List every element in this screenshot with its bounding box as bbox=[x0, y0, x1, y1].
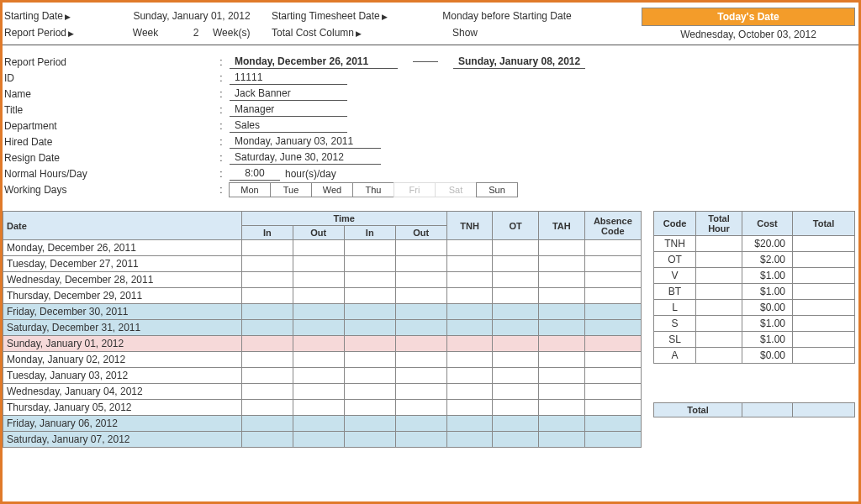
data-cell[interactable] bbox=[446, 368, 493, 384]
data-cell[interactable] bbox=[241, 384, 293, 400]
data-cell[interactable] bbox=[493, 336, 539, 352]
data-cell[interactable] bbox=[584, 288, 641, 304]
data-cell[interactable] bbox=[395, 416, 446, 432]
data-cell[interactable] bbox=[584, 336, 641, 352]
data-cell[interactable] bbox=[344, 320, 395, 336]
data-cell[interactable] bbox=[344, 256, 395, 272]
info-resign-value[interactable]: Saturday, June 30, 2012 bbox=[230, 151, 381, 165]
cost-cell[interactable]: $0.00 bbox=[742, 300, 793, 316]
data-cell[interactable] bbox=[539, 352, 585, 368]
info-id-value[interactable]: 11111 bbox=[230, 71, 347, 85]
data-cell[interactable] bbox=[241, 416, 293, 432]
data-cell[interactable] bbox=[539, 336, 585, 352]
data-cell[interactable] bbox=[293, 384, 344, 400]
data-cell[interactable] bbox=[493, 432, 539, 448]
data-cell[interactable] bbox=[493, 304, 539, 320]
data-cell[interactable] bbox=[241, 320, 293, 336]
cost-cell[interactable]: $20.00 bbox=[742, 236, 793, 252]
day-cell[interactable]: Fri bbox=[394, 182, 436, 197]
cost-cell[interactable]: $1.00 bbox=[742, 332, 793, 348]
day-cell[interactable]: Mon bbox=[229, 182, 271, 197]
data-cell[interactable] bbox=[344, 336, 395, 352]
data-cell[interactable] bbox=[241, 336, 293, 352]
hour-cell[interactable] bbox=[696, 316, 742, 332]
data-cell[interactable] bbox=[395, 432, 446, 448]
data-cell[interactable] bbox=[584, 384, 641, 400]
info-hired-value[interactable]: Monday, January 03, 2011 bbox=[230, 135, 381, 149]
data-cell[interactable] bbox=[344, 400, 395, 416]
info-dept-value[interactable]: Sales bbox=[230, 119, 347, 133]
starting-ts-value[interactable]: Monday before Starting Date bbox=[415, 10, 600, 22]
data-cell[interactable] bbox=[446, 384, 493, 400]
data-cell[interactable] bbox=[395, 368, 446, 384]
data-cell[interactable] bbox=[293, 288, 344, 304]
data-cell[interactable] bbox=[584, 416, 641, 432]
day-cell[interactable]: Sun bbox=[476, 182, 518, 197]
hour-cell[interactable] bbox=[696, 332, 742, 348]
day-cell[interactable]: Sat bbox=[435, 182, 477, 197]
info-hours-value[interactable]: 8:00 bbox=[230, 167, 280, 181]
data-cell[interactable] bbox=[241, 272, 293, 288]
data-cell[interactable] bbox=[539, 320, 585, 336]
hour-cell[interactable] bbox=[696, 348, 742, 364]
data-cell[interactable] bbox=[446, 352, 493, 368]
data-cell[interactable] bbox=[584, 368, 641, 384]
total-cost-value[interactable]: Show bbox=[415, 27, 515, 39]
data-cell[interactable] bbox=[539, 272, 585, 288]
data-cell[interactable] bbox=[584, 272, 641, 288]
data-cell[interactable] bbox=[293, 336, 344, 352]
data-cell[interactable] bbox=[493, 400, 539, 416]
data-cell[interactable] bbox=[446, 336, 493, 352]
data-cell[interactable] bbox=[493, 352, 539, 368]
data-cell[interactable] bbox=[395, 384, 446, 400]
info-title-value[interactable]: Manager bbox=[230, 103, 347, 117]
info-name-value[interactable]: Jack Banner bbox=[230, 87, 347, 101]
data-cell[interactable] bbox=[539, 384, 585, 400]
data-cell[interactable] bbox=[241, 400, 293, 416]
hour-cell[interactable] bbox=[696, 252, 742, 268]
data-cell[interactable] bbox=[344, 384, 395, 400]
data-cell[interactable] bbox=[539, 256, 585, 272]
data-cell[interactable] bbox=[446, 320, 493, 336]
data-cell[interactable] bbox=[493, 288, 539, 304]
cost-cell[interactable]: $0.00 bbox=[742, 348, 793, 364]
data-cell[interactable] bbox=[293, 272, 344, 288]
data-cell[interactable] bbox=[446, 240, 493, 256]
data-cell[interactable] bbox=[395, 240, 446, 256]
data-cell[interactable] bbox=[539, 240, 585, 256]
day-cell[interactable]: Thu bbox=[352, 182, 394, 197]
hour-cell[interactable] bbox=[696, 268, 742, 284]
data-cell[interactable] bbox=[539, 432, 585, 448]
data-cell[interactable] bbox=[446, 272, 493, 288]
data-cell[interactable] bbox=[584, 320, 641, 336]
data-cell[interactable] bbox=[395, 288, 446, 304]
data-cell[interactable] bbox=[539, 368, 585, 384]
data-cell[interactable] bbox=[293, 352, 344, 368]
hour-cell[interactable] bbox=[696, 300, 742, 316]
cost-cell[interactable]: $1.00 bbox=[742, 284, 793, 300]
cost-cell[interactable]: $1.00 bbox=[742, 268, 793, 284]
report-period-num[interactable]: 2 bbox=[179, 27, 213, 39]
data-cell[interactable] bbox=[241, 352, 293, 368]
report-period-value[interactable]: Week bbox=[112, 27, 179, 39]
data-cell[interactable] bbox=[293, 400, 344, 416]
data-cell[interactable] bbox=[446, 256, 493, 272]
data-cell[interactable] bbox=[493, 240, 539, 256]
data-cell[interactable] bbox=[493, 320, 539, 336]
data-cell[interactable] bbox=[395, 320, 446, 336]
data-cell[interactable] bbox=[241, 256, 293, 272]
data-cell[interactable] bbox=[395, 256, 446, 272]
data-cell[interactable] bbox=[293, 304, 344, 320]
data-cell[interactable] bbox=[493, 384, 539, 400]
data-cell[interactable] bbox=[344, 352, 395, 368]
data-cell[interactable] bbox=[241, 240, 293, 256]
data-cell[interactable] bbox=[344, 416, 395, 432]
cost-cell[interactable]: $1.00 bbox=[742, 316, 793, 332]
data-cell[interactable] bbox=[584, 240, 641, 256]
data-cell[interactable] bbox=[446, 288, 493, 304]
data-cell[interactable] bbox=[293, 368, 344, 384]
data-cell[interactable] bbox=[493, 416, 539, 432]
data-cell[interactable] bbox=[493, 272, 539, 288]
data-cell[interactable] bbox=[584, 304, 641, 320]
data-cell[interactable] bbox=[241, 288, 293, 304]
